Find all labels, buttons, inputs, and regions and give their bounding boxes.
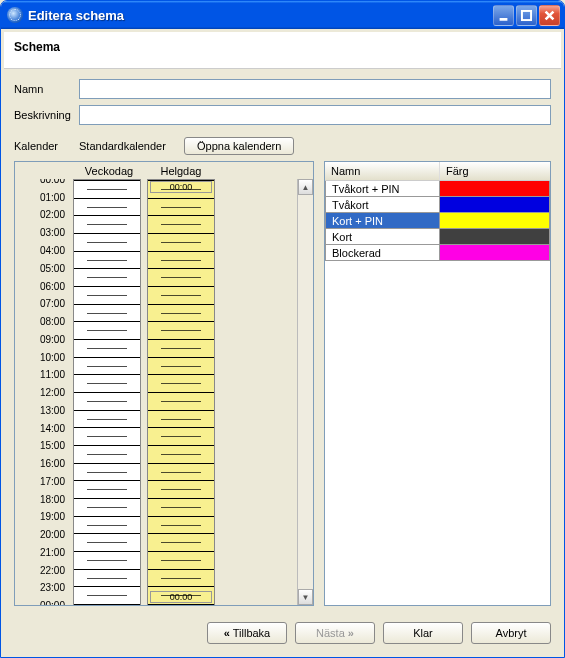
window: Editera schema Schema Namn Beskrivning	[0, 0, 565, 658]
time-label: 20:00	[15, 529, 73, 540]
legend-row[interactable]: Kort + PIN	[325, 213, 550, 229]
legend-item-color	[440, 213, 550, 229]
time-label: 17:00	[15, 475, 73, 486]
holiday-column[interactable]: 00:0000:00	[147, 179, 215, 605]
legend-item-name: Kort + PIN	[325, 213, 440, 229]
back-button[interactable]: « Tillbaka	[207, 622, 287, 644]
schedule-header-weekday: Veckodag	[73, 165, 145, 177]
legend-item-color	[440, 197, 550, 213]
legend-item-color	[440, 245, 550, 261]
time-label: 19:00	[15, 511, 73, 522]
time-label: 10:00	[15, 351, 73, 362]
time-label: 05:00	[15, 262, 73, 273]
time-label: 02:00	[15, 209, 73, 220]
time-label: 12:00	[15, 387, 73, 398]
legend-item-color	[440, 181, 550, 197]
time-label: 00:00	[15, 179, 73, 185]
titlebar[interactable]: Editera schema	[1, 1, 564, 29]
beskrivning-input[interactable]	[79, 105, 551, 125]
namn-label: Namn	[14, 83, 79, 95]
time-label: 22:00	[15, 564, 73, 575]
kalender-label: Kalender	[14, 140, 79, 152]
legend-item-name: Tvåkort	[325, 197, 440, 213]
window-title: Editera schema	[28, 8, 493, 23]
holiday-start-label: 00:00	[150, 181, 212, 193]
time-label: 00:00	[15, 600, 73, 606]
cancel-button[interactable]: Avbryt	[471, 622, 551, 644]
time-label: 03:00	[15, 227, 73, 238]
svg-rect-1	[522, 10, 531, 19]
legend-row[interactable]: Tvåkort	[325, 197, 550, 213]
time-label: 21:00	[15, 546, 73, 557]
beskrivning-label: Beskrivning	[14, 109, 79, 121]
weekday-column[interactable]	[73, 179, 141, 605]
legend-item-name: Kort	[325, 229, 440, 245]
app-icon	[7, 7, 23, 23]
legend-item-name: Tvåkort + PIN	[325, 181, 440, 197]
close-button[interactable]	[539, 5, 560, 26]
kalender-value: Standardkalender	[79, 140, 184, 152]
maximize-button[interactable]	[516, 5, 537, 26]
time-label: 13:00	[15, 404, 73, 415]
schedule-scrollbar[interactable]: ▲ ▼	[297, 179, 313, 605]
chevron-left-icon: «	[224, 627, 230, 639]
ok-button[interactable]: Klar	[383, 622, 463, 644]
holiday-end-label: 00:00	[150, 591, 212, 603]
time-label: 14:00	[15, 422, 73, 433]
scroll-up-icon[interactable]: ▲	[298, 179, 313, 195]
page-title: Schema	[4, 32, 561, 69]
schedule-panel: Veckodag Helgdag 00:0001:0002:0003:0004:…	[14, 161, 314, 606]
time-label: 11:00	[15, 369, 73, 380]
time-label: 07:00	[15, 298, 73, 309]
footer: « Tillbaka Nästa » Klar Avbryt	[4, 612, 561, 654]
legend-header-name[interactable]: Namn	[325, 162, 440, 180]
open-calendar-button[interactable]: Öppna kalendern	[184, 137, 294, 155]
time-label: 23:00	[15, 582, 73, 593]
schedule-header-time	[15, 165, 73, 177]
legend-header-color[interactable]: Färg	[440, 162, 550, 180]
legend-panel: Namn Färg Tvåkort + PINTvåkortKort + PIN…	[324, 161, 551, 606]
time-label: 01:00	[15, 191, 73, 202]
minimize-button[interactable]	[493, 5, 514, 26]
time-label: 16:00	[15, 457, 73, 468]
time-label: 04:00	[15, 244, 73, 255]
time-label: 18:00	[15, 493, 73, 504]
legend-row[interactable]: Blockerad	[325, 245, 550, 261]
schedule-header-holiday: Helgdag	[145, 165, 217, 177]
legend-item-name: Blockerad	[325, 245, 440, 261]
time-label: 08:00	[15, 315, 73, 326]
legend-item-color	[440, 229, 550, 245]
next-button[interactable]: Nästa »	[295, 622, 375, 644]
time-label: 09:00	[15, 333, 73, 344]
chevron-right-icon: »	[348, 627, 354, 639]
legend-row[interactable]: Kort	[325, 229, 550, 245]
legend-row[interactable]: Tvåkort + PIN	[325, 181, 550, 197]
time-label: 06:00	[15, 280, 73, 291]
time-label: 15:00	[15, 440, 73, 451]
namn-input[interactable]	[79, 79, 551, 99]
scroll-down-icon[interactable]: ▼	[298, 589, 313, 605]
